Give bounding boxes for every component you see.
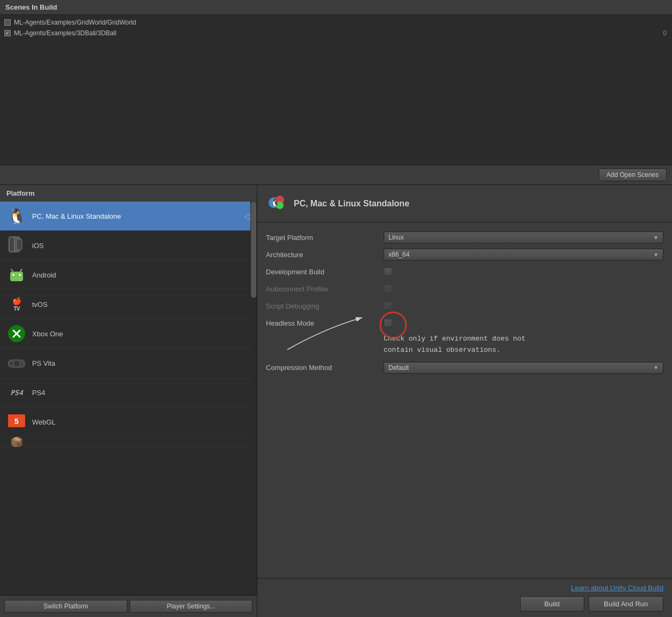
svg-line-7	[20, 269, 22, 272]
svg-text:5: 5	[14, 417, 19, 426]
scene-item-3dball: ML-Agents/Examples/3DBall/3DBall 0	[0, 28, 672, 38]
switch-platform-button[interactable]: Switch Platform	[4, 600, 127, 613]
scene-path-gridworld: ML-Agents/Examples/GridWorld/GridWorld	[14, 19, 136, 26]
player-settings-button[interactable]: Player Settings...	[129, 600, 253, 613]
platform-list: 🐧 PC, Mac & Linux Standalone ◁ iOS	[0, 202, 257, 595]
label-compression: Compression Method	[266, 364, 384, 372]
svg-text:🐧: 🐧	[270, 198, 280, 207]
platform-icon-psvita	[6, 353, 27, 373]
footer-buttons: Build Build And Run	[266, 596, 663, 612]
platform-item-tvos[interactable]: 🍎 TV tvOS	[0, 290, 257, 319]
annotation-arrow	[271, 307, 378, 355]
checkbox-headless-mode[interactable]	[384, 319, 392, 327]
platform-item-ios[interactable]: iOS	[0, 231, 257, 260]
platform-name-xbox: Xbox One	[32, 330, 250, 338]
platform-icon-xbox	[6, 323, 27, 344]
platform-icon-partial: 📦	[6, 437, 27, 448]
platform-item-ps4[interactable]: PS4 PS4	[0, 378, 257, 407]
add-scenes-bar: Add Open Scenes	[0, 165, 672, 184]
label-dev-build: Development Build	[266, 268, 384, 276]
scene-item-gridworld: ML-Agents/Examples/GridWorld/GridWorld	[0, 17, 672, 28]
scene-checkbox-3dball[interactable]	[4, 30, 11, 36]
control-autoconnect	[384, 284, 663, 293]
dropdown-architecture-value: x86_64	[388, 251, 409, 258]
target-icon-pc: ◁	[244, 211, 250, 221]
scene-number-3dball: 0	[663, 29, 667, 37]
left-panel-footer: Switch Platform Player Settings...	[0, 595, 257, 617]
platform-name-psvita: PS Vita	[32, 359, 250, 367]
svg-point-11	[20, 362, 24, 365]
platform-item-android[interactable]: Android	[0, 260, 257, 290]
control-dev-build	[384, 267, 663, 276]
setting-row-compression: Compression Method Default ▼	[266, 361, 663, 374]
scenes-list: ML-Agents/Examples/GridWorld/GridWorld M…	[0, 15, 672, 165]
label-architecture: Architecture	[266, 251, 384, 259]
setting-row-autoconnect: Autoconnect Profiler	[266, 282, 663, 295]
dropdown-compression-value: Default	[388, 364, 409, 372]
platform-name-tvos: tvOS	[32, 300, 250, 308]
checkbox-dev-build[interactable]	[384, 267, 392, 276]
annotation-text: Check only if environment does notcontai…	[384, 334, 663, 356]
platform-name-webgl: WebGL	[32, 418, 250, 426]
dropdown-target-platform-value: Linux	[388, 234, 404, 241]
platform-icon-webgl: 5	[6, 412, 27, 432]
add-open-scenes-button[interactable]: Add Open Scenes	[599, 168, 667, 181]
scene-checkbox-gridworld[interactable]	[4, 19, 11, 26]
svg-point-10	[9, 361, 13, 366]
right-panel-footer: Learn about Unity Cloud Build Build Buil…	[257, 578, 672, 617]
main-container: Scenes In Build ML-Agents/Examples/GridW…	[0, 0, 672, 617]
platform-icon-tvos: 🍎 TV	[6, 294, 27, 314]
dropdown-target-platform[interactable]: Linux ▼	[384, 232, 663, 243]
platform-item-psvita[interactable]: PS Vita	[0, 349, 257, 378]
control-compression: Default ▼	[384, 362, 663, 374]
svg-rect-2	[17, 239, 22, 250]
scenes-header: Scenes In Build	[0, 0, 672, 15]
right-panel: 🐧 PC, Mac & Linux Standalone Target Plat…	[257, 185, 672, 617]
red-circle-annotation	[377, 309, 409, 341]
control-architecture: x86_64 ▼	[384, 249, 663, 260]
platform-name-pc: PC, Mac & Linux Standalone	[32, 212, 239, 220]
scene-path-3dball: ML-Agents/Examples/3DBall/3DBall	[14, 29, 116, 37]
svg-rect-3	[10, 272, 23, 281]
bottom-section: Platform 🐧 PC, Mac & Linux Standalone ◁	[0, 185, 672, 617]
annotation-area: Check only if environment does notcontai…	[384, 334, 663, 356]
dropdown-compression[interactable]: Default ▼	[384, 362, 663, 374]
setting-row-architecture: Architecture x86_64 ▼	[266, 248, 663, 261]
cloud-build-link[interactable]: Learn about Unity Cloud Build	[266, 584, 663, 592]
platform-name-ios: iOS	[32, 242, 250, 250]
platform-item-webgl[interactable]: 5 WebGL	[0, 407, 257, 437]
dropdown-compression-arrow: ▼	[653, 365, 659, 371]
svg-rect-5	[19, 274, 21, 276]
dropdown-architecture-arrow: ▼	[653, 252, 659, 258]
platform-scrollbar-thumb[interactable]	[251, 202, 256, 298]
svg-line-6	[11, 269, 13, 272]
build-and-run-button[interactable]: Build And Run	[589, 596, 663, 612]
platform-icon-ios	[6, 235, 27, 256]
settings-platform-icon: 🐧	[266, 191, 288, 215]
platform-item-xbox[interactable]: Xbox One	[0, 319, 257, 349]
platform-header: Platform	[0, 185, 257, 202]
left-panel: Platform 🐧 PC, Mac & Linux Standalone ◁	[0, 185, 257, 617]
control-script-debugging	[384, 302, 663, 310]
platform-scrollbar-track[interactable]	[250, 202, 257, 595]
platform-icon-android	[6, 265, 27, 285]
scenes-section: Scenes In Build ML-Agents/Examples/GridW…	[0, 0, 672, 185]
dropdown-architecture[interactable]: x86_64 ▼	[384, 249, 663, 260]
setting-row-dev-build: Development Build	[266, 265, 663, 278]
label-autoconnect: Autoconnect Profiler	[266, 285, 384, 293]
svg-rect-1	[9, 237, 14, 252]
platform-name-ps4: PS4	[32, 389, 250, 397]
platform-item-partial[interactable]: 📦	[0, 437, 257, 448]
control-target-platform: Linux ▼	[384, 232, 663, 243]
label-target-platform: Target Platform	[266, 234, 384, 242]
platform-icon-pc: 🐧	[6, 206, 27, 226]
svg-rect-4	[12, 274, 14, 276]
settings-title: PC, Mac & Linux Standalone	[294, 199, 409, 209]
control-headless-mode	[384, 319, 663, 327]
setting-row-target-platform: Target Platform Linux ▼	[266, 231, 663, 244]
platform-item-pc[interactable]: 🐧 PC, Mac & Linux Standalone ◁	[0, 202, 257, 231]
build-button[interactable]: Build	[520, 596, 584, 612]
svg-rect-12	[14, 361, 19, 366]
checkbox-autoconnect[interactable]	[384, 284, 392, 293]
platform-name-android: Android	[32, 271, 250, 279]
